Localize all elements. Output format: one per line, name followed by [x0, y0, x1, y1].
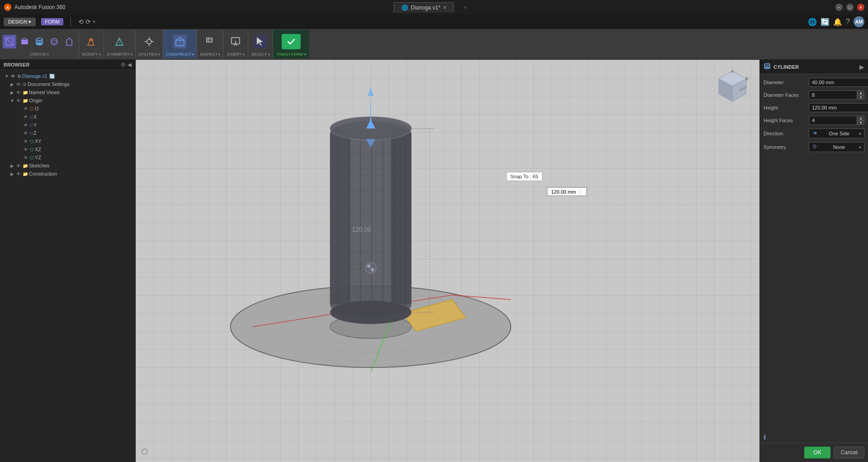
visibility-Z[interactable]: 👁: [24, 131, 28, 136]
tree-item-XY[interactable]: 👁 ⬡ XY: [0, 137, 135, 145]
type-icon-X: □: [30, 114, 33, 119]
doc-globe-icon: 🌐: [401, 5, 408, 11]
info-icon[interactable]: ℹ: [764, 433, 766, 441]
symmetry-select[interactable]: None ▾: [809, 142, 864, 152]
panel-collapse-icon[interactable]: ▶: [859, 63, 864, 71]
help-icon[interactable]: ?: [846, 18, 850, 26]
redo-btn[interactable]: ⟳: [85, 18, 91, 25]
height-faces-input[interactable]: [809, 116, 857, 125]
ribbon-modify-group[interactable]: MODIFY▾: [79, 30, 104, 58]
cancel-button[interactable]: Cancel: [834, 447, 864, 458]
visibility-O[interactable]: 👁: [24, 106, 28, 111]
ribbon-create-group[interactable]: CREATE ▾: [0, 30, 79, 58]
finish-form-icon[interactable]: [282, 34, 301, 49]
select-icon[interactable]: [254, 35, 267, 48]
new-tab-btn[interactable]: +: [456, 2, 474, 13]
insert-label[interactable]: INSERT▾: [227, 52, 245, 57]
tree-item-root[interactable]: ▼ 👁 ⚙ Dianoga v1 🔄: [0, 72, 135, 80]
height-input[interactable]: [809, 103, 868, 112]
utilities-icon[interactable]: [142, 35, 156, 48]
bell-icon[interactable]: 🔔: [833, 18, 842, 26]
create-more-icon[interactable]: [62, 35, 76, 48]
visibility-root[interactable]: 👁: [11, 74, 15, 79]
document-tab[interactable]: 🌐 Dianoga v1* ×: [394, 2, 454, 13]
insert-icon[interactable]: [229, 35, 242, 48]
create-cylinder-icon[interactable]: [33, 35, 46, 48]
visibility-doc-settings[interactable]: 👁: [16, 82, 21, 87]
direction-select[interactable]: One Side ▾: [809, 129, 864, 138]
height-faces-decrement[interactable]: ▼: [857, 120, 864, 125]
diameter-input[interactable]: [809, 78, 868, 87]
create-box-icon[interactable]: [18, 35, 31, 48]
tree-item-doc-settings[interactable]: ▶ 👁 ⚙ Document Settings: [0, 80, 135, 88]
tree-toggle-doc-settings[interactable]: ▶: [9, 81, 15, 87]
construct-label[interactable]: CONSTRUCT▾: [166, 52, 194, 57]
browser-collapse-icon[interactable]: ◀: [127, 62, 132, 68]
visibility-construction[interactable]: 👁: [16, 171, 21, 176]
minimize-btn[interactable]: −: [835, 4, 843, 11]
browser-settings-icon[interactable]: ⚙: [121, 62, 126, 68]
user-avatar[interactable]: AM: [854, 16, 864, 27]
tree-toggle-origin[interactable]: ▼: [9, 97, 15, 104]
ribbon-select-group[interactable]: SELECT▾: [248, 30, 273, 58]
maximize-btn[interactable]: □: [846, 4, 854, 11]
tree-toggle-sketches[interactable]: ▶: [9, 162, 15, 169]
tree-item-XZ[interactable]: 👁 ⬡ XZ: [0, 145, 135, 153]
construct-icon[interactable]: [173, 35, 187, 48]
tree-item-sketches[interactable]: ▶ 👁 📁 Sketches: [0, 162, 135, 170]
inspect-label[interactable]: INSPECT▾: [200, 52, 220, 57]
diameter-faces-increment[interactable]: ▲: [857, 90, 864, 95]
ribbon-utilities-group[interactable]: UTILITIES▾: [136, 30, 163, 58]
symmetry-icon[interactable]: [113, 35, 126, 48]
ribbon-symmetry-group[interactable]: SYMMETRY▾: [104, 30, 136, 58]
symmetry-label[interactable]: SYMMETRY▾: [107, 52, 132, 57]
utilities-label[interactable]: UTILITIES▾: [138, 52, 160, 57]
undo-btn[interactable]: ⟲: [78, 18, 84, 25]
ok-button[interactable]: OK: [804, 447, 830, 458]
navigation-cube[interactable]: RIGHT: [714, 69, 750, 105]
ribbon-inspect-group[interactable]: INSPECT▾: [197, 30, 223, 58]
ribbon-finish-form-group[interactable]: FINISH FORM▾: [273, 30, 309, 58]
finish-form-label[interactable]: FINISH FORM▾: [277, 52, 306, 57]
visibility-X[interactable]: 👁: [24, 114, 28, 119]
tree-item-origin[interactable]: ▼ 👁 📁 Origin: [0, 96, 135, 105]
visibility-XZ[interactable]: 👁: [24, 147, 28, 152]
tree-toggle-construction[interactable]: ▶: [9, 171, 15, 177]
select-label[interactable]: SELECT▾: [251, 52, 270, 57]
ribbon-construct-group[interactable]: CONSTRUCT▾: [163, 30, 198, 58]
visibility-origin[interactable]: 👁: [16, 98, 21, 103]
create-line-icon[interactable]: [3, 35, 16, 48]
svg-point-72: [764, 67, 770, 69]
type-icon-doc-settings: ⚙: [23, 82, 27, 87]
tree-item-YZ[interactable]: 👁 ⬡ YZ: [0, 153, 135, 162]
inspect-icon[interactable]: [203, 35, 217, 48]
visibility-sketches[interactable]: 👁: [16, 163, 21, 168]
tree-item-named-views[interactable]: ▶ 👁 📁 Named Views: [0, 88, 135, 96]
modify-label[interactable]: MODIFY▾: [82, 52, 101, 57]
tree-item-X[interactable]: 👁 □ X: [0, 113, 135, 121]
visibility-YZ[interactable]: 👁: [24, 155, 28, 160]
tree-item-sync-icon[interactable]: 🔄: [49, 74, 55, 79]
tree-toggle-named-views[interactable]: ▶: [9, 89, 15, 95]
tree-toggle-root[interactable]: ▼: [4, 73, 10, 79]
tab-close-icon[interactable]: ×: [443, 5, 446, 11]
tree-item-Z[interactable]: 👁 □ Z: [0, 129, 135, 137]
visibility-named-views[interactable]: 👁: [16, 90, 21, 95]
diameter-faces-decrement[interactable]: ▼: [857, 95, 864, 100]
tree-item-Y[interactable]: 👁 □ Y: [0, 121, 135, 129]
create-sphere-icon[interactable]: [47, 35, 61, 48]
close-btn[interactable]: ×: [857, 4, 864, 11]
tree-item-O[interactable]: 👁 ⬡ O: [0, 105, 135, 113]
viewport[interactable]: 120.00 Snap To : 65 120.00: [136, 60, 760, 462]
visibility-Y[interactable]: 👁: [24, 123, 28, 128]
tree-item-construction[interactable]: ▶ 👁 📁 Construction: [0, 170, 135, 178]
ribbon-insert-group[interactable]: INSERT▾: [223, 30, 248, 58]
modify-icon[interactable]: [85, 35, 98, 48]
dim-more-icon[interactable]: ⋮: [578, 189, 583, 195]
diameter-faces-input[interactable]: [809, 90, 857, 100]
visibility-XY[interactable]: 👁: [24, 139, 28, 144]
refresh-icon[interactable]: 🔄: [821, 18, 830, 26]
design-mode-btn[interactable]: DESIGN ▾: [4, 18, 36, 26]
height-faces-increment[interactable]: ▲: [857, 116, 864, 120]
create-label[interactable]: CREATE ▾: [30, 52, 49, 57]
